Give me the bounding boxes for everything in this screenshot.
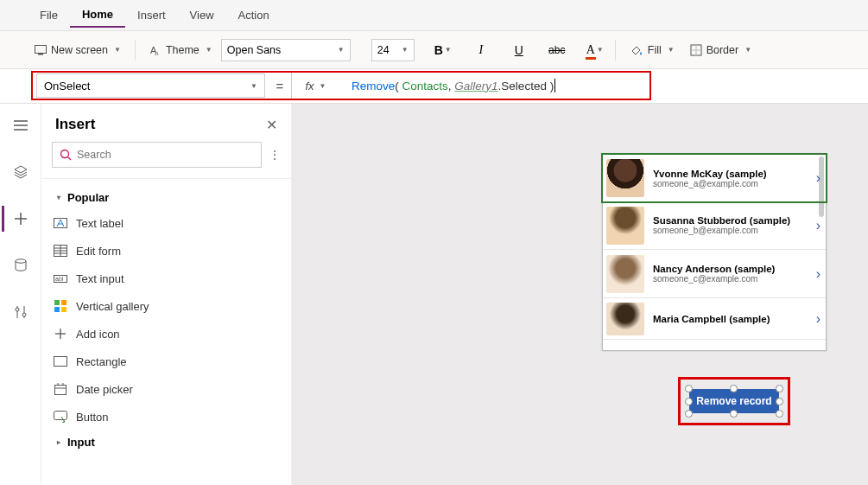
- item-button[interactable]: Button: [41, 403, 291, 431]
- menu-view[interactable]: View: [178, 3, 226, 27]
- hamburger-icon: [14, 119, 28, 131]
- new-screen-button[interactable]: New screen ▼: [28, 41, 128, 60]
- menu-action[interactable]: Action: [226, 3, 282, 27]
- resize-handle[interactable]: [685, 410, 693, 418]
- insert-rail-button[interactable]: [2, 206, 36, 232]
- gallery-item[interactable]: Yvonne McKay (sample)someone_a@example.c…: [602, 154, 827, 202]
- new-screen-icon: [35, 45, 47, 55]
- chevron-right-icon[interactable]: ›: [816, 311, 820, 327]
- toolbar: New screen ▼ Aa Theme ▼ Open Sans ▼ 24 ▼…: [0, 31, 868, 69]
- search-input[interactable]: [77, 149, 254, 161]
- calendar-icon: [54, 382, 67, 396]
- divider: [615, 40, 616, 61]
- svg-text:abl: abl: [55, 276, 64, 282]
- strikethrough-button[interactable]: abc: [544, 39, 570, 61]
- fx-button[interactable]: fx ▼: [291, 73, 339, 99]
- chevron-down-icon: ▼: [597, 46, 604, 54]
- layers-button[interactable]: [3, 159, 38, 185]
- svg-rect-31: [61, 300, 67, 305]
- chevron-down-icon: ▼: [114, 46, 121, 54]
- main-area: Insert ✕ ⋮ ▾ Popular Text label Edit for…: [0, 104, 868, 485]
- avatar: [606, 303, 644, 335]
- remove-record-button[interactable]: Remove record: [689, 389, 779, 413]
- group-input[interactable]: ▸ Input: [41, 431, 291, 454]
- svg-rect-1: [38, 54, 43, 55]
- resize-handle[interactable]: [776, 410, 783, 418]
- search-box[interactable]: [52, 142, 262, 168]
- item-text-input[interactable]: ablText input: [41, 265, 291, 292]
- left-rail: [0, 104, 41, 485]
- gallery-control[interactable]: Yvonne McKay (sample)someone_a@example.c…: [602, 154, 827, 351]
- formula-function: Remove: [352, 80, 395, 93]
- divider: [135, 40, 136, 61]
- item-text-label[interactable]: Text label: [41, 209, 291, 237]
- svg-rect-36: [54, 357, 67, 367]
- theme-button[interactable]: Aa Theme ▼: [143, 41, 219, 60]
- property-select[interactable]: OnSelect ▼: [36, 73, 265, 98]
- item-label: Date picker: [76, 383, 133, 396]
- border-button[interactable]: Border ▼: [683, 41, 758, 60]
- formula-arg1: Contacts: [402, 80, 448, 93]
- text-label-icon: [54, 216, 67, 230]
- avatar: [606, 159, 644, 197]
- bold-button[interactable]: B▼: [430, 39, 456, 61]
- canvas[interactable]: Yvonne McKay (sample)someone_a@example.c…: [292, 104, 868, 485]
- menu-home[interactable]: Home: [70, 3, 125, 28]
- gallery-item[interactable]: Maria Campbell (sample) ›: [603, 298, 826, 340]
- chevron-right-icon: ▸: [57, 438, 60, 446]
- font-size-select[interactable]: 24 ▼: [371, 39, 415, 61]
- chevron-right-icon[interactable]: ›: [816, 266, 820, 282]
- svg-rect-41: [54, 412, 67, 420]
- item-add-icon[interactable]: Add icon: [41, 320, 291, 348]
- group-label: Popular: [67, 191, 109, 204]
- gallery-item[interactable]: Nancy Anderson (sample)someone_c@example…: [603, 250, 826, 298]
- chevron-down-icon: ▾: [57, 194, 60, 201]
- item-rectangle[interactable]: Rectangle: [41, 348, 291, 375]
- data-button[interactable]: [3, 252, 38, 278]
- resize-handle[interactable]: [776, 385, 783, 392]
- menu-file[interactable]: File: [28, 3, 70, 27]
- svg-rect-30: [54, 300, 60, 305]
- chevron-right-icon[interactable]: ›: [816, 218, 820, 233]
- font-color-button[interactable]: A ▼: [582, 39, 608, 61]
- menu-insert[interactable]: Insert: [125, 3, 178, 27]
- item-date-picker[interactable]: Date picker: [41, 375, 291, 403]
- border-label: Border: [706, 44, 739, 56]
- chevron-down-icon: ▼: [250, 82, 257, 90]
- svg-point-17: [61, 150, 69, 158]
- chevron-down-icon: ▼: [668, 46, 675, 54]
- group-popular[interactable]: ▾ Popular: [41, 186, 291, 209]
- insert-panel: Insert ✕ ⋮ ▾ Popular Text label Edit for…: [41, 104, 292, 485]
- item-edit-form[interactable]: Edit form: [41, 237, 291, 265]
- item-label: Text input: [76, 272, 124, 285]
- plus-icon: [14, 212, 28, 226]
- more-options-button[interactable]: ⋮: [269, 148, 281, 162]
- equals-sign: =: [269, 79, 291, 93]
- resize-handle[interactable]: [730, 410, 738, 418]
- button-label: Remove record: [696, 395, 771, 407]
- tree-view-button[interactable]: [3, 112, 38, 138]
- close-panel-button[interactable]: ✕: [266, 117, 277, 133]
- gallery-item[interactable]: Susanna Stubberod (sample)someone_b@exam…: [603, 201, 826, 250]
- resize-handle[interactable]: [685, 398, 693, 405]
- resize-handle[interactable]: [685, 385, 693, 392]
- item-vertical-gallery[interactable]: Vertical gallery: [41, 292, 291, 320]
- resize-handle[interactable]: [776, 398, 783, 405]
- formula-bar: OnSelect ▼ = fx ▼ Remove( Contacts, Gall…: [0, 69, 868, 104]
- component-tree: ▾ Popular Text label Edit form ablText i…: [41, 181, 291, 459]
- italic-button[interactable]: I: [468, 39, 494, 61]
- fill-button[interactable]: Fill ▼: [623, 41, 681, 60]
- avatar: [606, 255, 644, 293]
- resize-handle[interactable]: [730, 385, 738, 392]
- button-highlight-box: Remove record: [678, 377, 790, 425]
- svg-point-16: [22, 313, 26, 316]
- font-select[interactable]: Open Sans ▼: [221, 39, 351, 61]
- svg-point-12: [16, 259, 26, 263]
- item-label: Rectangle: [76, 355, 127, 368]
- database-icon: [15, 258, 27, 272]
- chevron-right-icon[interactable]: ›: [816, 170, 820, 186]
- underline-button[interactable]: U: [506, 39, 532, 61]
- settings-button[interactable]: [3, 299, 38, 325]
- formula-input[interactable]: Remove( Contacts, Gallery1.Selected ): [339, 79, 649, 93]
- chevron-down-icon: ▼: [206, 46, 212, 54]
